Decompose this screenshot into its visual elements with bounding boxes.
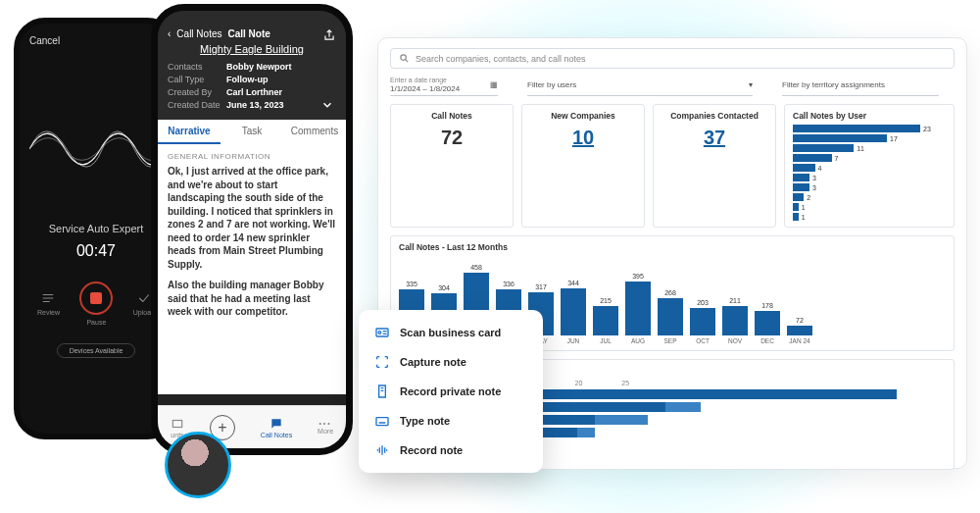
- svg-rect-0: [172, 420, 181, 427]
- record-stop-icon: [79, 282, 113, 315]
- action-menu: Scan business cardCapture noteRecord pri…: [359, 310, 543, 473]
- filter-row: Enter a date range1/1/2024 – 1/8/2024 ▦ …: [390, 77, 955, 96]
- devices-available-button[interactable]: Devices Available: [57, 343, 135, 358]
- month-col: 215JUL: [593, 297, 618, 344]
- user-bar-row: 3: [793, 183, 946, 191]
- callnote-tabs: Narrative Task Comments: [158, 120, 346, 144]
- back-chevron-icon[interactable]: ‹: [168, 28, 171, 39]
- territory-filter[interactable]: Filter by territory assignments: [782, 77, 939, 96]
- month-col: 395AUG: [625, 273, 651, 344]
- stat-new-companies[interactable]: New Companies 10: [521, 104, 645, 228]
- back-label[interactable]: Call Notes: [176, 28, 221, 39]
- user-bar-row: 4: [793, 164, 946, 172]
- menu-item-scan-card[interactable]: Scan business card: [359, 318, 543, 347]
- narrative-p1: Ok, I just arrived at the office park, a…: [168, 165, 336, 271]
- review-button[interactable]: Review: [37, 291, 60, 316]
- user-bar-row: 2: [793, 193, 946, 201]
- record-note-icon: [374, 442, 390, 458]
- stat-callnotes: Call Notes 72: [390, 104, 514, 228]
- cancel-button[interactable]: Cancel: [29, 35, 163, 46]
- chevron-down-icon: ▾: [749, 80, 753, 89]
- tab-narrative[interactable]: Narrative: [158, 120, 220, 144]
- private-note-icon: [374, 384, 390, 399]
- menu-item-capture[interactable]: Capture note: [359, 347, 543, 377]
- menu-item-private-note[interactable]: Record private note: [359, 377, 543, 406]
- pause-button[interactable]: Pause: [79, 282, 113, 326]
- users-filter[interactable]: Filter by users▾: [527, 77, 753, 96]
- avatar: [165, 432, 231, 498]
- month-col: 344JUN: [561, 280, 586, 344]
- svg-point-1: [401, 55, 407, 61]
- narrative-p2: Also the building manager Bobby said tha…: [168, 279, 336, 319]
- month-col: 268SEP: [658, 289, 683, 344]
- user-bar-row: 17: [793, 134, 946, 142]
- user-bar-row: 11: [793, 144, 946, 152]
- user-bar-row: 1: [793, 213, 946, 221]
- callnote-body: GENERAL INFORMATION Ok, I just arrived a…: [158, 144, 346, 394]
- waveform: [29, 105, 163, 193]
- calendar-icon: ▦: [490, 80, 498, 89]
- tab-comments[interactable]: Comments: [283, 120, 346, 144]
- month-col: 203OCT: [690, 299, 715, 344]
- tab-more[interactable]: •••More: [318, 420, 333, 435]
- type-note-icon: [374, 413, 390, 429]
- tab-callnotes[interactable]: Call Notes: [261, 417, 292, 438]
- month-col: 72JAN 24: [787, 317, 812, 344]
- date-range-filter[interactable]: Enter a date range1/1/2024 – 1/8/2024 ▦: [390, 77, 498, 96]
- recording-timer: 00:47: [29, 242, 163, 260]
- search-placeholder: Search companies, contacts, and call not…: [416, 54, 586, 64]
- page-title: Call Note: [227, 28, 270, 39]
- callnote-header: ‹ Call Notes Call Note Mighty Eagle Buil…: [158, 11, 346, 120]
- search-icon: [399, 53, 410, 64]
- expand-chevron-icon[interactable]: [320, 98, 334, 112]
- svg-rect-4: [376, 418, 388, 426]
- capture-icon: [374, 354, 390, 370]
- user-bar-row: 7: [793, 154, 946, 162]
- svg-point-3: [378, 332, 381, 334]
- section-label: GENERAL INFORMATION: [168, 152, 336, 161]
- building-link[interactable]: Mighty Eagle Building: [168, 43, 336, 55]
- callnote-meta: ContactsBobby Newport Call TypeFollow-up…: [168, 61, 336, 112]
- search-input[interactable]: Search companies, contacts, and call not…: [390, 48, 955, 69]
- month-col: 211NOV: [722, 297, 748, 344]
- user-bar-row: 23: [793, 125, 946, 132]
- share-icon[interactable]: [322, 28, 336, 42]
- callnote-phone: ‹ Call Notes Call Note Mighty Eagle Buil…: [151, 4, 353, 455]
- callnotes-by-user-chart: Call Notes by User 2317117433211: [784, 104, 955, 228]
- recording-title: Service Auto Expert: [29, 223, 163, 234]
- menu-item-record-note[interactable]: Record note: [359, 436, 543, 465]
- user-bar-row: 3: [793, 174, 946, 181]
- user-bar-row: 1: [793, 203, 946, 211]
- tab-task[interactable]: Task: [220, 120, 283, 144]
- stat-companies-contacted[interactable]: Companies Contacted 37: [653, 104, 776, 228]
- menu-item-type-note[interactable]: Type note: [359, 406, 543, 436]
- scan-card-icon: [374, 325, 390, 340]
- month-col: 178DEC: [755, 302, 780, 344]
